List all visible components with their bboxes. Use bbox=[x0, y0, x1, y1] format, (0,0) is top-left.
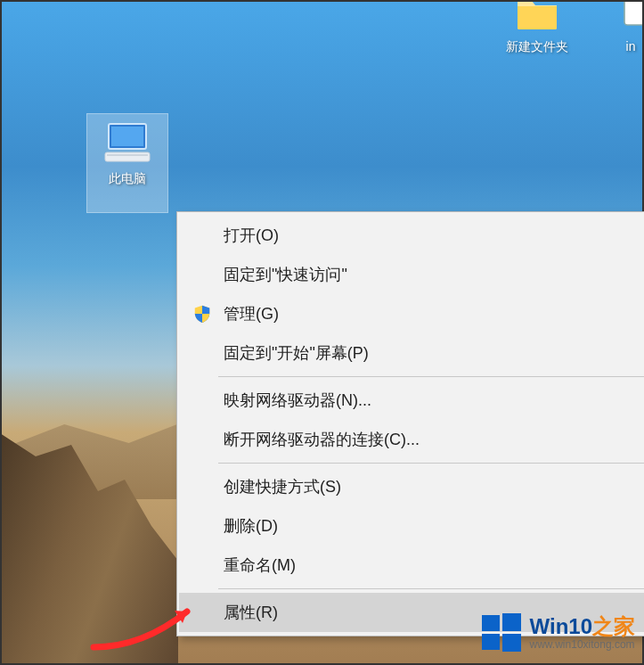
menu-item-label: 属性(R) bbox=[224, 602, 278, 623]
folder-icon bbox=[512, 0, 562, 34]
svg-rect-0 bbox=[624, 0, 644, 25]
watermark-title-accent: 之家 bbox=[592, 614, 635, 638]
svg-rect-6 bbox=[482, 615, 500, 631]
windows-logo-icon bbox=[480, 612, 523, 654]
desktop-icon-label: in bbox=[613, 39, 644, 53]
watermark-title: Win10之家 bbox=[530, 615, 635, 638]
menu-open[interactable]: 打开(O) bbox=[179, 216, 644, 255]
menu-item-label: 打开(O) bbox=[224, 225, 279, 246]
menu-separator bbox=[218, 588, 644, 589]
menu-item-label: 固定到"快速访问" bbox=[224, 264, 347, 285]
menu-item-label: 映射网络驱动器(N)... bbox=[224, 390, 371, 411]
desktop-icon-this-pc[interactable]: 此电脑 bbox=[87, 114, 167, 212]
watermark: Win10之家 www.win10xitong.com bbox=[480, 612, 635, 654]
svg-rect-9 bbox=[502, 634, 521, 652]
desktop-icon-label: 此电脑 bbox=[87, 171, 167, 187]
menu-manage[interactable]: 管理(G) bbox=[179, 294, 644, 333]
menu-separator bbox=[218, 463, 644, 464]
menu-item-label: 重命名(M) bbox=[224, 554, 296, 576]
desktop-icon-folder[interactable]: 新建文件夹 bbox=[497, 0, 577, 55]
menu-map-network-drive[interactable]: 映射网络驱动器(N)... bbox=[179, 381, 644, 420]
menu-pin-start[interactable]: 固定到"开始"屏幕(P) bbox=[179, 333, 644, 373]
watermark-title-main: Win10 bbox=[530, 614, 592, 638]
watermark-url: www.win10xitong.com bbox=[530, 639, 635, 651]
annotation-arrow bbox=[89, 598, 196, 652]
menu-item-label: 创建快捷方式(S) bbox=[224, 476, 341, 497]
svg-rect-7 bbox=[502, 613, 521, 631]
menu-item-label: 删除(D) bbox=[224, 515, 278, 537]
svg-rect-8 bbox=[482, 634, 500, 650]
desktop-icon-label: 新建文件夹 bbox=[497, 39, 577, 55]
svg-rect-4 bbox=[105, 152, 150, 161]
this-pc-icon bbox=[102, 121, 152, 166]
menu-disconnect-network-drive[interactable]: 断开网络驱动器的连接(C)... bbox=[179, 420, 644, 459]
menu-create-shortcut[interactable]: 创建快捷方式(S) bbox=[179, 467, 644, 506]
menu-item-label: 断开网络驱动器的连接(C)... bbox=[224, 429, 420, 450]
menu-item-label: 固定到"开始"屏幕(P) bbox=[224, 342, 369, 364]
generic-icon bbox=[613, 0, 644, 34]
menu-pin-quick-access[interactable]: 固定到"快速访问" bbox=[179, 255, 644, 294]
menu-item-label: 管理(G) bbox=[224, 303, 279, 324]
uac-shield-icon bbox=[192, 303, 213, 324]
menu-rename[interactable]: 重命名(M) bbox=[179, 546, 644, 585]
desktop[interactable]: 新建文件夹 in 此电脑 打开(O) 固定到"快速访问" bbox=[0, 0, 644, 665]
context-menu: 打开(O) 固定到"快速访问" 管理(G) 固定到"开始"屏幕(P) 映射网络驱… bbox=[176, 211, 644, 636]
menu-delete[interactable]: 删除(D) bbox=[179, 506, 644, 546]
svg-rect-3 bbox=[111, 127, 143, 146]
svg-rect-5 bbox=[107, 154, 148, 156]
menu-separator bbox=[218, 376, 644, 377]
desktop-icon-partial[interactable]: in bbox=[613, 0, 644, 53]
